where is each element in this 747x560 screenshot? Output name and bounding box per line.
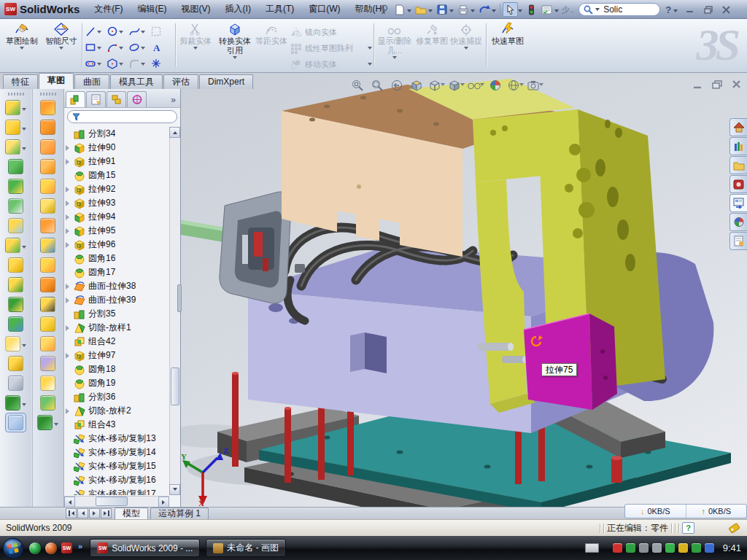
convert-caret[interactable] (233, 56, 237, 61)
tool-surface-flatten[interactable] (37, 373, 58, 393)
tool-spline-handle[interactable] (37, 413, 58, 432)
slot-caret[interactable] (97, 63, 101, 68)
toolbar-grip[interactable] (40, 93, 56, 96)
sketch-fillet-caret[interactable] (141, 63, 145, 68)
spline-caret[interactable] (141, 31, 145, 36)
tree-item[interactable]: 曲面-拉伸38 (66, 279, 169, 293)
tool-reference-geometry[interactable] (5, 334, 26, 354)
tree-item[interactable]: 实体-移动/复制14 (66, 446, 169, 459)
search-scope-caret[interactable] (595, 8, 600, 13)
circle-caret[interactable] (119, 31, 123, 36)
menu-item-4[interactable]: 工具(T) (258, 1, 301, 18)
tray-network-warning-icon[interactable] (678, 543, 688, 553)
tool-split[interactable] (5, 275, 26, 295)
previous-view-button[interactable] (388, 77, 406, 93)
trim-caret[interactable] (193, 47, 198, 52)
trim-entities-button[interactable]: 剪裁实体 (178, 21, 213, 71)
tree-filter-box[interactable] (67, 110, 177, 123)
doc-close-button[interactable] (732, 79, 741, 92)
tray-guard-plus-icon[interactable] (692, 543, 701, 553)
tree-item[interactable]: 圆角17 (66, 265, 169, 279)
print-button[interactable] (455, 2, 471, 17)
doc-tab-模型[interactable]: 模型 (115, 508, 148, 519)
tree-item[interactable]: 分割35 (66, 307, 169, 321)
expander-icon[interactable] (66, 187, 74, 192)
expander-icon[interactable] (66, 214, 74, 220)
open-file-caret[interactable] (428, 9, 433, 15)
point-tool[interactable] (150, 55, 172, 71)
command-tab-评估[interactable]: 评估 (163, 74, 198, 89)
command-tab-模具工具[interactable]: 模具工具 (110, 74, 163, 89)
view-orientation-caret[interactable] (441, 83, 445, 88)
status-help-button[interactable]: ? (682, 522, 694, 534)
tool-draft[interactable] (5, 216, 26, 236)
ellipse-tool[interactable] (128, 39, 150, 55)
linear-pattern-caret[interactable] (368, 47, 372, 52)
edit-appearance-button[interactable] (487, 77, 504, 93)
tray-sync-pair-icon[interactable] (705, 543, 714, 553)
dropdown-caret-icon[interactable] (22, 246, 26, 251)
zoom-to-area-button[interactable] (368, 77, 386, 93)
scroll-left-button[interactable] (64, 497, 75, 508)
tree-item[interactable]: 拉伸94 (66, 210, 169, 224)
design-tree-tab[interactable] (66, 91, 85, 107)
undo-button[interactable] (476, 2, 492, 17)
net-speed-widget[interactable]: ↓0KB/S ↑0KB/S (624, 504, 747, 518)
tool-freeform[interactable] (37, 295, 58, 314)
input-method-icon[interactable] (585, 543, 599, 553)
expander-icon[interactable] (66, 298, 74, 303)
select-tool-button[interactable] (503, 2, 518, 17)
selection-box-tool[interactable] (150, 23, 172, 39)
part-sprue-assembly[interactable] (181, 192, 291, 303)
rapid-sketch-button[interactable]: 快速草图 (490, 21, 525, 71)
open-file-button[interactable] (413, 2, 428, 17)
move-entities-button[interactable]: 移动实体 (290, 56, 372, 72)
expander-icon[interactable] (66, 159, 74, 165)
tool-move-face[interactable] (37, 255, 58, 275)
view-settings-button[interactable] (526, 77, 543, 93)
tool-plane[interactable] (5, 354, 26, 373)
tag-icon[interactable] (728, 522, 741, 534)
scroll-up-button[interactable] (169, 127, 180, 138)
tool-combine[interactable] (5, 295, 26, 314)
line-caret[interactable] (97, 31, 101, 36)
quick-launch-expand[interactable]: » (78, 542, 82, 551)
toolbar-overflow[interactable]: 少.. (562, 4, 574, 15)
search-box[interactable]: Solic (578, 3, 660, 16)
panel-splitter[interactable] (177, 284, 182, 312)
menu-item-2[interactable]: 视图(V) (174, 1, 218, 18)
tree-item[interactable]: 拉伸95 (66, 224, 169, 238)
tool-indent[interactable] (37, 236, 58, 255)
rectangle-caret[interactable] (97, 47, 101, 52)
tool-boss-extrude[interactable] (5, 98, 26, 117)
dimxpert-manager-tab[interactable] (127, 91, 147, 107)
tree-item[interactable]: 切除-放样1 (66, 321, 169, 335)
doc-minimize-button[interactable] (692, 79, 703, 92)
arc-tool[interactable] (107, 39, 128, 55)
tool-rib[interactable] (5, 196, 26, 216)
line-tool[interactable] (85, 23, 107, 39)
smart-dimension-caret[interactable] (59, 47, 63, 52)
tool-elbow-route[interactable] (37, 275, 58, 295)
tree-item[interactable]: 实体-移动/复制16 (66, 473, 169, 487)
file-explorer-tab[interactable] (729, 156, 747, 174)
solidworks-toolbox-tab[interactable] (729, 175, 747, 193)
doc-restore-button[interactable] (712, 79, 722, 92)
convert-entities-button[interactable]: 转换实体引用 (216, 21, 254, 71)
quick-launch-messenger[interactable] (29, 542, 41, 554)
tree-item[interactable]: 圆角16 (66, 252, 169, 265)
design-library-tab[interactable] (729, 137, 747, 155)
tool-dome[interactable] (37, 393, 58, 413)
tray-antivirus-shield-icon[interactable] (613, 543, 622, 553)
tool-split-line[interactable] (37, 354, 58, 373)
new-file-caret[interactable] (407, 9, 411, 15)
panel-overflow-chevron[interactable]: » (171, 95, 179, 107)
smart-dimension-button[interactable]: 智能尺寸 (42, 21, 80, 71)
save-button[interactable] (434, 2, 449, 17)
apply-scene-caret[interactable] (519, 83, 524, 88)
menu-item-1[interactable]: 编辑(E) (131, 1, 174, 18)
tree-horizontal-scrollbar[interactable] (64, 496, 169, 507)
display-relations-caret[interactable] (392, 56, 397, 61)
start-button[interactable] (2, 537, 24, 559)
expander-icon[interactable] (66, 353, 74, 359)
